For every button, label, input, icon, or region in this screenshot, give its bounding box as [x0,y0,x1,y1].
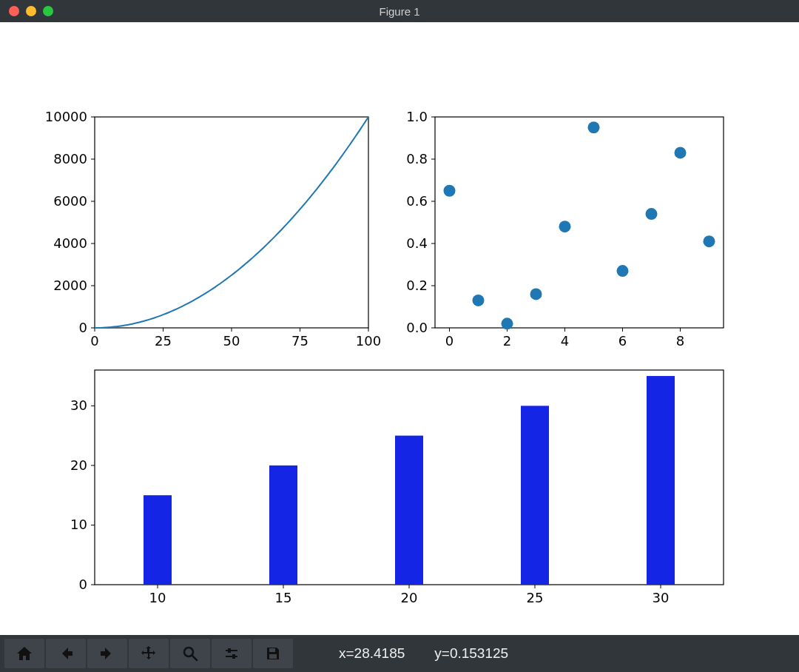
zoom-icon [181,645,199,662]
figure-svg: 02550751000200040006000800010000024680.0… [0,22,799,635]
svg-text:0.6: 0.6 [406,193,428,209]
svg-point-46 [444,185,456,197]
svg-text:50: 50 [223,333,240,349]
svg-rect-84 [228,648,231,653]
svg-rect-86 [269,648,275,652]
svg-text:0: 0 [445,333,454,349]
move-icon [140,645,158,662]
svg-point-48 [502,317,513,329]
save-icon [264,645,282,662]
svg-text:4000: 4000 [53,235,87,251]
home-icon [16,645,33,662]
svg-text:0.0: 0.0 [406,320,428,335]
svg-text:15: 15 [275,590,292,605]
svg-rect-77 [395,436,423,585]
svg-text:25: 25 [155,333,172,349]
save-button[interactable] [253,639,293,668]
svg-text:20: 20 [70,457,87,473]
zoom-button[interactable] [170,639,210,668]
svg-text:8000: 8000 [53,151,87,167]
forward-button[interactable] [87,639,127,668]
svg-text:10: 10 [149,590,166,605]
svg-point-52 [617,265,629,277]
svg-line-81 [192,656,197,660]
svg-rect-79 [647,376,675,585]
maximize-icon[interactable] [43,6,53,16]
svg-text:10: 10 [70,517,87,532]
svg-text:2: 2 [503,333,511,349]
svg-text:0.8: 0.8 [406,151,428,167]
svg-rect-75 [144,495,172,585]
svg-point-54 [675,147,687,158]
configure-button[interactable] [212,639,252,668]
svg-rect-0 [95,117,368,328]
svg-rect-78 [521,406,549,585]
svg-text:10000: 10000 [45,109,87,124]
svg-point-53 [646,208,658,220]
svg-text:1.0: 1.0 [406,109,428,124]
figure-canvas[interactable]: 02550751000200040006000800010000024680.0… [0,22,799,635]
minimize-icon[interactable] [26,6,36,16]
svg-text:0: 0 [90,333,98,349]
svg-text:4: 4 [561,333,569,349]
svg-text:30: 30 [653,590,670,605]
svg-text:0: 0 [79,320,87,335]
svg-rect-85 [232,654,235,659]
back-button[interactable] [46,639,86,668]
svg-point-51 [588,121,600,133]
arrow-left-icon [57,645,75,662]
svg-point-55 [704,235,715,247]
svg-text:25: 25 [527,590,544,605]
svg-text:6: 6 [618,333,627,349]
home-button[interactable] [4,639,44,668]
svg-text:2000: 2000 [53,278,87,293]
svg-point-47 [473,295,485,306]
close-icon[interactable] [9,6,19,16]
svg-text:6000: 6000 [53,193,87,209]
svg-text:20: 20 [401,590,418,605]
titlebar: Figure 1 [0,0,799,22]
window-title: Figure 1 [0,5,799,18]
svg-text:30: 30 [70,397,87,413]
svg-text:0.4: 0.4 [406,235,428,251]
svg-point-49 [530,288,542,300]
sliders-icon [223,645,240,662]
svg-rect-76 [269,466,297,585]
arrow-right-icon [98,645,116,662]
svg-text:8: 8 [676,333,684,349]
svg-rect-87 [269,654,277,659]
nav-toolbar: x=28.4185 y=0.153125 [0,635,799,672]
svg-text:0: 0 [79,577,87,592]
svg-text:100: 100 [356,333,381,349]
pan-button[interactable] [129,639,169,668]
coord-y: y=0.153125 [434,645,508,662]
window-controls [9,6,53,16]
svg-point-50 [559,221,571,232]
svg-text:0.2: 0.2 [406,278,428,293]
cursor-coords: x=28.4185 y=0.153125 [339,645,508,662]
svg-text:75: 75 [291,333,309,349]
coord-x: x=28.4185 [339,645,405,662]
